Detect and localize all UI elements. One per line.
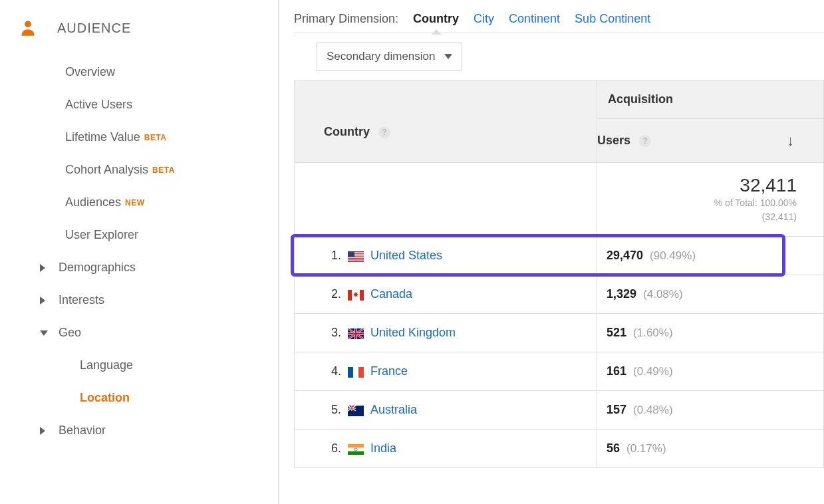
sidebar: AUDIENCE OverviewActive UsersLifetime Va… <box>0 0 279 504</box>
users-cell: 157(0.48%) <box>597 391 824 430</box>
svg-rect-19 <box>358 367 364 378</box>
country-link[interactable]: United Kingdom <box>370 326 456 339</box>
row-rank: 5. <box>324 403 341 417</box>
primary-dimension-label: Primary Dimension: <box>294 12 398 26</box>
summary-users-cell: 32,411 % of Total: 100.00% (32,411) <box>597 163 824 237</box>
chevron-down-icon <box>444 54 452 59</box>
flag-gb-icon <box>348 328 364 339</box>
svg-rect-26 <box>348 444 364 447</box>
svg-rect-16 <box>348 333 364 334</box>
users-percent: (0.17%) <box>626 442 666 455</box>
sidebar-nav: OverviewActive UsersLifetime ValueBETACo… <box>0 56 278 447</box>
users-percent: (0.49%) <box>633 365 673 378</box>
row-rank: 2. <box>324 287 341 301</box>
country-link[interactable]: France <box>370 364 408 378</box>
users-percent: (90.49%) <box>650 249 696 262</box>
table-row[interactable]: 3.United Kingdom521(1.60%) <box>295 314 824 352</box>
sidebar-item-label: Overview <box>65 65 115 79</box>
users-value: 1,329 <box>607 287 636 301</box>
sidebar-title: AUDIENCE <box>57 21 131 36</box>
sidebar-item-user-explorer[interactable]: User Explorer <box>0 219 278 251</box>
sidebar-item-active-users[interactable]: Active Users <box>0 88 278 121</box>
sidebar-item-interests[interactable]: Interests <box>0 284 278 316</box>
svg-point-0 <box>25 21 31 27</box>
users-value: 521 <box>607 326 626 339</box>
users-cell: 1,329(4.08%) <box>597 275 824 314</box>
row-rank: 6. <box>324 441 341 455</box>
svg-rect-8 <box>348 251 354 257</box>
country-link[interactable]: India <box>370 441 396 455</box>
badge-beta: BETA <box>152 166 175 175</box>
chevron-right-icon <box>40 427 45 435</box>
sidebar-item-label: Active Users <box>65 98 132 112</box>
sidebar-item-location[interactable]: Location <box>0 382 278 414</box>
sidebar-item-language[interactable]: Language <box>0 349 278 382</box>
table-row[interactable]: 2.Canada1,329(4.08%) <box>295 275 824 314</box>
secondary-dimension-button[interactable]: Secondary dimension <box>317 43 462 70</box>
help-icon[interactable]: ? <box>639 135 651 147</box>
sidebar-item-overview[interactable]: Overview <box>0 56 278 88</box>
flag-fr-icon <box>348 367 364 378</box>
country-link[interactable]: United States <box>370 249 442 262</box>
svg-rect-7 <box>348 260 364 261</box>
table-row[interactable]: 6.India56(0.17%) <box>295 430 824 468</box>
col-header-country[interactable]: Country ? <box>295 80 597 163</box>
sidebar-item-audiences[interactable]: AudiencesNEW <box>0 186 278 219</box>
dimension-tab-continent[interactable]: Continent <box>509 12 560 25</box>
geo-table: Country ? Acquisition Users ? ↓ 32,411 %… <box>294 80 824 468</box>
users-cell: 521(1.60%) <box>597 314 824 352</box>
users-cell: 56(0.17%) <box>597 430 824 468</box>
sidebar-item-demographics[interactable]: Demographics <box>0 251 278 284</box>
flag-ca-icon <box>348 290 364 301</box>
sidebar-item-label: Audiences <box>65 195 121 209</box>
dimension-tab-country[interactable]: Country <box>413 12 459 25</box>
svg-rect-11 <box>360 290 364 301</box>
badge-new: NEW <box>125 198 145 207</box>
table-row[interactable]: 4.France161(0.49%) <box>295 352 824 391</box>
sidebar-item-lifetime-value[interactable]: Lifetime ValueBETA <box>0 121 278 154</box>
sidebar-item-behavior[interactable]: Behavior <box>0 414 278 447</box>
svg-rect-18 <box>353 367 358 378</box>
flag-in-icon <box>348 444 364 455</box>
chevron-right-icon <box>40 297 45 305</box>
chevron-down-icon <box>40 330 48 336</box>
svg-rect-28 <box>348 451 364 454</box>
users-value: 157 <box>607 403 626 416</box>
country-link[interactable]: Australia <box>370 403 417 416</box>
row-rank: 1. <box>324 249 341 263</box>
country-link[interactable]: Canada <box>370 287 412 301</box>
col-header-country-label: Country <box>324 125 370 138</box>
table-row[interactable]: 1.United States29,470(90.49%) <box>295 237 824 275</box>
sidebar-item-label: Cohort Analysis <box>65 163 148 177</box>
table-row[interactable]: 5.Australia157(0.48%) <box>295 391 824 430</box>
users-percent: (0.48%) <box>633 404 673 416</box>
sidebar-item-label: Behavior <box>59 424 106 438</box>
sidebar-item-geo[interactable]: Geo <box>0 316 278 349</box>
secondary-dimension-label: Secondary dimension <box>327 50 435 63</box>
row-rank: 3. <box>324 326 341 340</box>
sidebar-header: AUDIENCE <box>0 19 278 56</box>
badge-beta: BETA <box>144 133 167 142</box>
country-cell: 1.United States <box>295 237 597 275</box>
person-icon <box>19 19 37 37</box>
dimension-tab-city[interactable]: City <box>474 12 494 25</box>
summary-sub1: % of Total: 100.00% <box>714 197 797 208</box>
svg-rect-17 <box>348 367 353 378</box>
summary-sub2: (32,411) <box>762 211 797 222</box>
sort-descending-icon: ↓ <box>787 132 794 150</box>
country-cell: 3.United Kingdom <box>295 314 597 352</box>
sidebar-item-label: Geo <box>59 326 81 340</box>
primary-dimension-tabs: Primary Dimension: CountryCityContinentS… <box>294 12 824 33</box>
secondary-dimension-row: Secondary dimension <box>294 33 824 80</box>
svg-rect-6 <box>348 259 364 259</box>
users-value: 161 <box>607 364 626 378</box>
sidebar-item-cohort-analysis[interactable]: Cohort AnalysisBETA <box>0 154 278 186</box>
svg-rect-5 <box>348 257 364 257</box>
country-cell: 6.India <box>295 430 597 468</box>
col-header-users[interactable]: Users ? ↓ <box>597 119 824 163</box>
country-cell: 4.France <box>295 352 597 391</box>
sidebar-item-label: Lifetime Value <box>65 130 140 144</box>
sidebar-item-label: Interests <box>59 293 104 307</box>
help-icon[interactable]: ? <box>378 126 390 138</box>
dimension-tab-sub-continent[interactable]: Sub Continent <box>575 12 650 25</box>
